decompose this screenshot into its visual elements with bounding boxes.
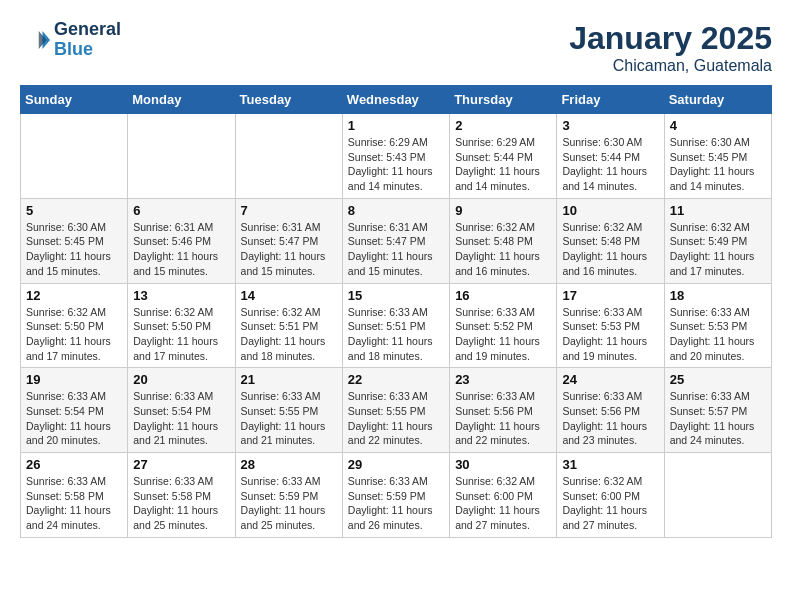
day-info: Sunrise: 6:32 AMSunset: 5:50 PMDaylight:… — [26, 305, 122, 364]
logo: General Blue — [20, 20, 121, 60]
location-subtitle: Chicaman, Guatemala — [569, 57, 772, 75]
day-number: 22 — [348, 372, 444, 387]
day-number: 24 — [562, 372, 658, 387]
day-info: Sunrise: 6:32 AMSunset: 5:48 PMDaylight:… — [562, 220, 658, 279]
day-cell-28: 28Sunrise: 6:33 AMSunset: 5:59 PMDayligh… — [235, 453, 342, 538]
day-number: 31 — [562, 457, 658, 472]
day-info: Sunrise: 6:30 AMSunset: 5:45 PMDaylight:… — [26, 220, 122, 279]
weekday-header-tuesday: Tuesday — [235, 86, 342, 114]
day-number: 30 — [455, 457, 551, 472]
day-number: 14 — [241, 288, 337, 303]
day-number: 26 — [26, 457, 122, 472]
day-cell-18: 18Sunrise: 6:33 AMSunset: 5:53 PMDayligh… — [664, 283, 771, 368]
week-row-5: 26Sunrise: 6:33 AMSunset: 5:58 PMDayligh… — [21, 453, 772, 538]
day-cell-16: 16Sunrise: 6:33 AMSunset: 5:52 PMDayligh… — [450, 283, 557, 368]
week-row-3: 12Sunrise: 6:32 AMSunset: 5:50 PMDayligh… — [21, 283, 772, 368]
day-info: Sunrise: 6:33 AMSunset: 5:59 PMDaylight:… — [241, 474, 337, 533]
day-cell-4: 4Sunrise: 6:30 AMSunset: 5:45 PMDaylight… — [664, 114, 771, 199]
weekday-header-sunday: Sunday — [21, 86, 128, 114]
day-cell-6: 6Sunrise: 6:31 AMSunset: 5:46 PMDaylight… — [128, 198, 235, 283]
empty-cell — [128, 114, 235, 199]
day-cell-11: 11Sunrise: 6:32 AMSunset: 5:49 PMDayligh… — [664, 198, 771, 283]
week-row-2: 5Sunrise: 6:30 AMSunset: 5:45 PMDaylight… — [21, 198, 772, 283]
empty-cell — [235, 114, 342, 199]
day-number: 19 — [26, 372, 122, 387]
day-cell-17: 17Sunrise: 6:33 AMSunset: 5:53 PMDayligh… — [557, 283, 664, 368]
day-number: 2 — [455, 118, 551, 133]
day-number: 20 — [133, 372, 229, 387]
day-info: Sunrise: 6:33 AMSunset: 5:53 PMDaylight:… — [562, 305, 658, 364]
day-info: Sunrise: 6:32 AMSunset: 5:50 PMDaylight:… — [133, 305, 229, 364]
day-info: Sunrise: 6:33 AMSunset: 5:54 PMDaylight:… — [133, 389, 229, 448]
day-number: 3 — [562, 118, 658, 133]
day-number: 4 — [670, 118, 766, 133]
day-number: 7 — [241, 203, 337, 218]
day-cell-25: 25Sunrise: 6:33 AMSunset: 5:57 PMDayligh… — [664, 368, 771, 453]
day-cell-27: 27Sunrise: 6:33 AMSunset: 5:58 PMDayligh… — [128, 453, 235, 538]
day-number: 10 — [562, 203, 658, 218]
day-cell-30: 30Sunrise: 6:32 AMSunset: 6:00 PMDayligh… — [450, 453, 557, 538]
day-cell-20: 20Sunrise: 6:33 AMSunset: 5:54 PMDayligh… — [128, 368, 235, 453]
day-number: 8 — [348, 203, 444, 218]
weekday-header-row: SundayMondayTuesdayWednesdayThursdayFrid… — [21, 86, 772, 114]
day-info: Sunrise: 6:32 AMSunset: 5:48 PMDaylight:… — [455, 220, 551, 279]
day-cell-8: 8Sunrise: 6:31 AMSunset: 5:47 PMDaylight… — [342, 198, 449, 283]
week-row-1: 1Sunrise: 6:29 AMSunset: 5:43 PMDaylight… — [21, 114, 772, 199]
week-row-4: 19Sunrise: 6:33 AMSunset: 5:54 PMDayligh… — [21, 368, 772, 453]
day-cell-10: 10Sunrise: 6:32 AMSunset: 5:48 PMDayligh… — [557, 198, 664, 283]
day-cell-3: 3Sunrise: 6:30 AMSunset: 5:44 PMDaylight… — [557, 114, 664, 199]
day-number: 28 — [241, 457, 337, 472]
day-info: Sunrise: 6:32 AMSunset: 6:00 PMDaylight:… — [455, 474, 551, 533]
day-number: 18 — [670, 288, 766, 303]
day-cell-2: 2Sunrise: 6:29 AMSunset: 5:44 PMDaylight… — [450, 114, 557, 199]
day-cell-1: 1Sunrise: 6:29 AMSunset: 5:43 PMDaylight… — [342, 114, 449, 199]
day-cell-24: 24Sunrise: 6:33 AMSunset: 5:56 PMDayligh… — [557, 368, 664, 453]
day-number: 13 — [133, 288, 229, 303]
day-number: 11 — [670, 203, 766, 218]
weekday-header-friday: Friday — [557, 86, 664, 114]
weekday-header-monday: Monday — [128, 86, 235, 114]
day-info: Sunrise: 6:30 AMSunset: 5:45 PMDaylight:… — [670, 135, 766, 194]
day-number: 15 — [348, 288, 444, 303]
day-number: 21 — [241, 372, 337, 387]
day-info: Sunrise: 6:33 AMSunset: 5:53 PMDaylight:… — [670, 305, 766, 364]
day-cell-14: 14Sunrise: 6:32 AMSunset: 5:51 PMDayligh… — [235, 283, 342, 368]
day-number: 23 — [455, 372, 551, 387]
logo-text: General Blue — [54, 20, 121, 60]
day-cell-15: 15Sunrise: 6:33 AMSunset: 5:51 PMDayligh… — [342, 283, 449, 368]
day-cell-12: 12Sunrise: 6:32 AMSunset: 5:50 PMDayligh… — [21, 283, 128, 368]
day-number: 9 — [455, 203, 551, 218]
day-info: Sunrise: 6:30 AMSunset: 5:44 PMDaylight:… — [562, 135, 658, 194]
weekday-header-thursday: Thursday — [450, 86, 557, 114]
day-number: 17 — [562, 288, 658, 303]
day-info: Sunrise: 6:33 AMSunset: 5:57 PMDaylight:… — [670, 389, 766, 448]
day-cell-29: 29Sunrise: 6:33 AMSunset: 5:59 PMDayligh… — [342, 453, 449, 538]
day-cell-19: 19Sunrise: 6:33 AMSunset: 5:54 PMDayligh… — [21, 368, 128, 453]
day-info: Sunrise: 6:33 AMSunset: 5:58 PMDaylight:… — [133, 474, 229, 533]
day-info: Sunrise: 6:33 AMSunset: 5:56 PMDaylight:… — [455, 389, 551, 448]
weekday-header-saturday: Saturday — [664, 86, 771, 114]
day-info: Sunrise: 6:33 AMSunset: 5:54 PMDaylight:… — [26, 389, 122, 448]
day-number: 25 — [670, 372, 766, 387]
day-info: Sunrise: 6:32 AMSunset: 5:51 PMDaylight:… — [241, 305, 337, 364]
day-cell-31: 31Sunrise: 6:32 AMSunset: 6:00 PMDayligh… — [557, 453, 664, 538]
day-info: Sunrise: 6:33 AMSunset: 5:52 PMDaylight:… — [455, 305, 551, 364]
day-cell-23: 23Sunrise: 6:33 AMSunset: 5:56 PMDayligh… — [450, 368, 557, 453]
day-cell-22: 22Sunrise: 6:33 AMSunset: 5:55 PMDayligh… — [342, 368, 449, 453]
day-info: Sunrise: 6:33 AMSunset: 5:58 PMDaylight:… — [26, 474, 122, 533]
day-info: Sunrise: 6:29 AMSunset: 5:44 PMDaylight:… — [455, 135, 551, 194]
day-info: Sunrise: 6:33 AMSunset: 5:51 PMDaylight:… — [348, 305, 444, 364]
day-info: Sunrise: 6:33 AMSunset: 5:55 PMDaylight:… — [241, 389, 337, 448]
day-cell-7: 7Sunrise: 6:31 AMSunset: 5:47 PMDaylight… — [235, 198, 342, 283]
day-number: 16 — [455, 288, 551, 303]
day-cell-21: 21Sunrise: 6:33 AMSunset: 5:55 PMDayligh… — [235, 368, 342, 453]
day-cell-5: 5Sunrise: 6:30 AMSunset: 5:45 PMDaylight… — [21, 198, 128, 283]
day-info: Sunrise: 6:31 AMSunset: 5:46 PMDaylight:… — [133, 220, 229, 279]
day-info: Sunrise: 6:31 AMSunset: 5:47 PMDaylight:… — [241, 220, 337, 279]
day-number: 29 — [348, 457, 444, 472]
day-cell-26: 26Sunrise: 6:33 AMSunset: 5:58 PMDayligh… — [21, 453, 128, 538]
day-cell-9: 9Sunrise: 6:32 AMSunset: 5:48 PMDaylight… — [450, 198, 557, 283]
weekday-header-wednesday: Wednesday — [342, 86, 449, 114]
day-number: 5 — [26, 203, 122, 218]
empty-cell — [664, 453, 771, 538]
